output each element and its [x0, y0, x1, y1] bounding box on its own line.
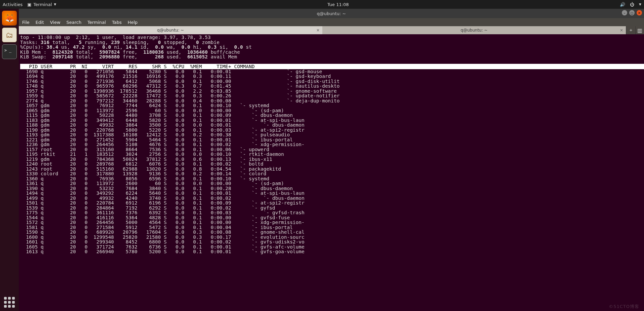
tab-label: q@ubuntu: ~ — [157, 28, 184, 33]
menu-edit[interactable]: Edit — [36, 20, 44, 25]
app-name: Terminal — [34, 2, 52, 7]
tab-close-icon[interactable]: × — [620, 28, 623, 33]
cursor-icon: _ — [9, 48, 11, 53]
terminal-window: q@ubuntu: ~ – ◻ × File Edit View Search … — [19, 9, 644, 311]
dock-files[interactable]: 🗂 — [2, 28, 17, 42]
maximize-button[interactable]: ◻ — [629, 10, 635, 15]
app-indicator[interactable]: ▣ Terminal ▼ — [27, 2, 56, 7]
clock[interactable]: Tue 11:08 — [327, 2, 349, 7]
minimize-button[interactable]: – — [622, 10, 627, 15]
show-applications-button[interactable] — [4, 297, 15, 308]
tabbar: q@ubuntu: ~ × q@ubuntu: ~ × ＋ ▥ — [19, 26, 644, 34]
terminal-icon: ▣ — [27, 2, 31, 7]
tab-label: q@ubuntu: ~ — [461, 28, 488, 33]
dock-firefox[interactable]: 🦊 — [2, 11, 17, 26]
terminal-icon: > — [4, 48, 7, 53]
menu-terminal[interactable]: Terminal — [87, 20, 106, 25]
tab-0[interactable]: q@ubuntu: ~ × — [19, 26, 322, 34]
power-icon[interactable]: ⏻ — [630, 2, 634, 7]
gnome-topbar: Activities ▣ Terminal ▼ Tue 11:08 🔊 ⏻ ▼ — [0, 0, 644, 9]
new-window-button[interactable]: ▥ — [635, 26, 644, 34]
tab-close-icon[interactable]: × — [316, 28, 320, 33]
chevron-down-icon: ▼ — [54, 3, 56, 6]
menu-file[interactable]: File — [22, 20, 30, 25]
close-button[interactable]: × — [637, 10, 642, 15]
menu-tabs[interactable]: Tabs — [112, 20, 122, 25]
menu-view[interactable]: View — [50, 20, 60, 25]
dock-terminal[interactable]: > _ — [2, 44, 17, 59]
titlebar[interactable]: q@ubuntu: ~ – ◻ × — [19, 9, 644, 18]
chevron-down-icon[interactable]: ▼ — [639, 3, 641, 6]
activities-button[interactable]: Activities — [3, 2, 22, 7]
dock: 🦊 🗂 > _ — [0, 9, 19, 311]
tab-1[interactable]: q@ubuntu: ~ × — [322, 26, 626, 34]
volume-icon[interactable]: 🔊 — [620, 2, 625, 7]
menubar: File Edit View Search Terminal Tabs Help — [19, 18, 644, 26]
new-tab-button[interactable]: ＋ — [626, 26, 635, 34]
watermark: ©51CTO博客 — [609, 304, 639, 310]
menu-search[interactable]: Search — [66, 20, 82, 25]
terminal-output[interactable]: top - 11:08:00 up 2:12, 1 user, load ave… — [19, 34, 644, 311]
window-title: q@ubuntu: ~ — [317, 11, 346, 16]
menu-help[interactable]: Help — [128, 20, 138, 25]
